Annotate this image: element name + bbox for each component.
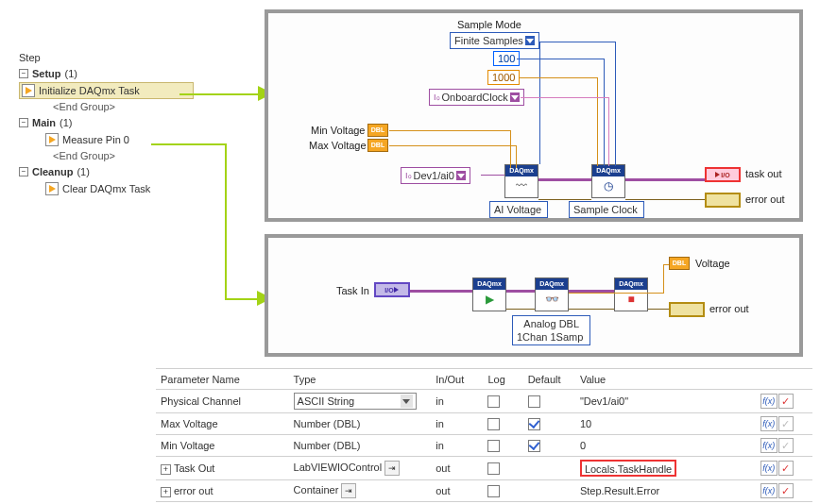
expression-button[interactable]: f(x) (760, 461, 777, 476)
error-out-terminal[interactable] (705, 193, 741, 208)
clock-icon: ◷ (604, 179, 613, 193)
poly-selector-ai-voltage[interactable]: AI Voltage (489, 201, 548, 218)
check-button[interactable]: ✓ (778, 438, 794, 453)
phys-channel-enum[interactable]: I₀ Dev1/ai0 (401, 167, 470, 184)
default-checkbox[interactable] (528, 418, 540, 430)
daqmx-timing-node[interactable]: DAQmx ◷ (591, 164, 625, 198)
tree-group-cleanup[interactable]: − Cleanup (1) (19, 163, 194, 180)
group-count: (1) (60, 117, 72, 128)
table-row[interactable]: Physical ChannelASCII Stringin"Dev1/ai0"… (156, 390, 812, 413)
wire (538, 178, 591, 181)
node-header: DAQmx (473, 278, 505, 290)
value-cell[interactable]: "Dev1/ai0" (580, 395, 628, 407)
block-diagram-initialize: Sample Mode Finite Samples 100 1000 I₀ O… (265, 9, 803, 222)
log-checkbox[interactable] (487, 418, 500, 430)
value-cell[interactable]: Step.Result.Error (580, 485, 659, 496)
table-row[interactable]: +Task OutLabVIEWIOControl ⇥outLocals.Tas… (156, 457, 812, 480)
minus-icon[interactable]: − (19, 118, 28, 127)
daqmx-stop-node[interactable]: DAQmx ■ (614, 277, 648, 311)
tree-item-measure-pin0[interactable]: Measure Pin 0 (19, 131, 194, 148)
group-label: Cleanup (32, 166, 73, 177)
end-group: <End Group> (19, 148, 194, 163)
label: error out (709, 303, 749, 314)
param-name: Max Voltage (161, 418, 218, 429)
default-checkbox[interactable] (528, 395, 540, 408)
node-header: DAQmx (536, 278, 568, 290)
task-in-terminal[interactable]: I/O (374, 282, 410, 297)
node-header: DAQmx (592, 165, 624, 176)
table-row[interactable]: Min VoltageNumber (DBL)in0f(x)✓ (156, 435, 812, 457)
value-cell[interactable]: Locals.TaskHandle (580, 460, 676, 477)
tree-item-initialize-daqmx[interactable]: Initialize DAQmx Task (19, 82, 194, 99)
log-checkbox[interactable] (487, 440, 500, 452)
dbl-icon: DBL (367, 139, 388, 152)
tree-title: Step (19, 52, 194, 63)
tree-group-setup[interactable]: − Setup (1) (19, 65, 194, 82)
dbl-icon: DBL (367, 124, 388, 137)
run-icon (45, 182, 59, 195)
poly-selector-analog-dbl[interactable]: Analog DBL 1Chan 1Samp (512, 315, 590, 345)
minus-icon[interactable]: − (19, 69, 28, 78)
check-button[interactable]: ✓ (778, 416, 794, 431)
wire (539, 42, 615, 42)
end-group: <End Group> (19, 99, 194, 114)
sample-mode-enum[interactable]: Finite Samples (450, 32, 539, 49)
default-checkbox[interactable] (528, 440, 540, 452)
value-cell[interactable]: 10 (580, 418, 591, 429)
io-type-icon[interactable]: ⇥ (341, 483, 356, 498)
arrow-line (151, 143, 227, 145)
expression-button[interactable]: f(x) (760, 483, 777, 498)
enum-value: OnboardClock (442, 92, 508, 103)
tri-icon (394, 287, 400, 293)
expand-icon[interactable]: + (161, 464, 171, 475)
enum-value: Dev1/ai0 (414, 170, 454, 181)
expand-icon[interactable]: + (161, 487, 171, 497)
daqmx-read-node[interactable]: DAQmx 👓 (535, 277, 569, 311)
task-out-terminal[interactable]: I/O (705, 167, 741, 182)
expression-button[interactable]: f(x) (760, 394, 777, 409)
run-icon (22, 84, 35, 97)
daqmx-start-node[interactable]: DAQmx ▶ (472, 277, 506, 311)
table-row[interactable]: +error outContainer ⇥outStep.Result.Erro… (156, 480, 812, 502)
log-checkbox[interactable] (487, 395, 500, 408)
io-label: I/O (721, 172, 729, 178)
minus-icon[interactable]: − (19, 167, 28, 176)
check-button[interactable]: ✓ (778, 394, 794, 409)
daqmx-create-channel-node[interactable]: DAQmx 〰 (504, 164, 538, 198)
wire (520, 77, 597, 78)
io-label: I/O (384, 287, 393, 294)
io-type-icon[interactable]: ⇥ (384, 461, 400, 476)
table-row[interactable]: Max VoltageNumber (DBL)in10f(x)✓ (156, 413, 812, 435)
hdr-val: Value (575, 369, 756, 390)
wire (569, 293, 663, 294)
tree-item-label: Clear DAQmx Task (62, 183, 150, 194)
error-out-terminal[interactable] (669, 302, 705, 317)
wire (410, 290, 472, 293)
hdr-def: Default (523, 369, 575, 390)
type-dropdown[interactable]: ASCII String (294, 393, 417, 410)
clock-source-enum[interactable]: I₀ OnboardClock (429, 89, 524, 106)
parameter-table: Parameter Name Type In/Out Log Default V… (156, 368, 812, 502)
tree-group-main[interactable]: − Main (1) (19, 114, 194, 131)
check-button[interactable]: ✓ (778, 461, 794, 476)
value-cell[interactable]: 0 (580, 440, 586, 451)
samples-constant[interactable]: 1000 (487, 70, 520, 85)
poly-line: Analog DBL (523, 318, 579, 329)
expression-button[interactable]: f(x) (760, 416, 777, 431)
label: Sample Mode (457, 19, 521, 30)
tree-item-label: Measure Pin 0 (62, 134, 129, 145)
wire (648, 309, 669, 310)
wire (389, 130, 510, 131)
chevron-down-icon (525, 36, 535, 45)
log-checkbox[interactable] (487, 485, 500, 497)
expression-button[interactable]: f(x) (760, 438, 777, 453)
poly-selector-sample-clock[interactable]: Sample Clock (569, 201, 644, 218)
log-checkbox[interactable] (487, 462, 500, 475)
check-button[interactable]: ✓ (778, 483, 794, 498)
enum-value: Finite Samples (454, 35, 523, 46)
wire (521, 97, 608, 98)
wire (516, 145, 517, 168)
group-count: (1) (77, 166, 89, 177)
dropdown-value: ASCII String (298, 395, 355, 407)
tree-item-clear-daqmx[interactable]: Clear DAQmx Task (19, 180, 194, 197)
